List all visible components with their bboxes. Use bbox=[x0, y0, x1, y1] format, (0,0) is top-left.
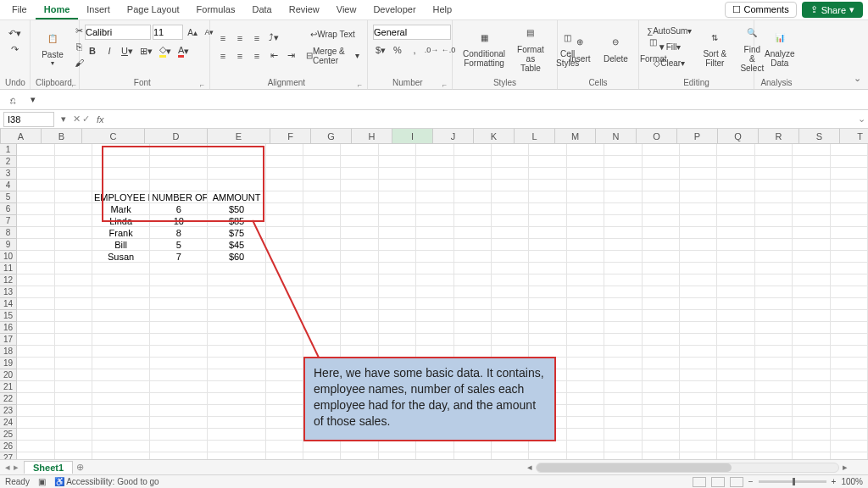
cell-A11[interactable] bbox=[17, 263, 54, 274]
cell-A25[interactable] bbox=[17, 429, 54, 441]
cell-I1[interactable] bbox=[379, 144, 416, 156]
cell-C14[interactable] bbox=[92, 298, 150, 310]
cell-C20[interactable] bbox=[92, 369, 150, 381]
row-header-6[interactable]: 6 bbox=[0, 203, 17, 215]
cell-U9[interactable] bbox=[831, 239, 868, 251]
cell-B12[interactable] bbox=[55, 274, 92, 286]
cell-R27[interactable] bbox=[717, 452, 754, 459]
cell-F1[interactable] bbox=[266, 144, 303, 156]
row-header-18[interactable]: 18 bbox=[0, 346, 17, 358]
align-top-button[interactable]: ≡ bbox=[215, 30, 231, 46]
cell-I7[interactable] bbox=[379, 215, 416, 227]
cell-H15[interactable] bbox=[341, 310, 378, 322]
row-header-4[interactable]: 4 bbox=[0, 180, 17, 191]
cell-E3[interactable] bbox=[208, 168, 265, 180]
qat-undo-button[interactable]: ⎌ bbox=[5, 92, 20, 108]
align-center-button[interactable]: ≡ bbox=[232, 48, 248, 64]
cell-F12[interactable] bbox=[266, 274, 303, 286]
cell-D14[interactable] bbox=[150, 298, 208, 310]
fill-button[interactable]: ▼ Fill ▾ bbox=[644, 39, 694, 54]
cell-B3[interactable] bbox=[55, 168, 92, 180]
cell-B22[interactable] bbox=[55, 393, 92, 405]
col-header-D[interactable]: D bbox=[145, 129, 208, 143]
qat-dropdown[interactable]: ▾ bbox=[25, 92, 41, 108]
cell-O15[interactable] bbox=[604, 310, 642, 322]
cell-C3[interactable] bbox=[92, 168, 150, 180]
cell-D12[interactable] bbox=[150, 274, 208, 286]
cell-E2[interactable] bbox=[208, 156, 265, 168]
cell-Q26[interactable] bbox=[680, 441, 717, 452]
cell-M2[interactable] bbox=[529, 156, 566, 168]
cell-Q13[interactable] bbox=[680, 286, 717, 298]
cell-T2[interactable] bbox=[793, 156, 830, 168]
cell-U6[interactable] bbox=[831, 203, 868, 215]
cell-J6[interactable] bbox=[416, 203, 453, 215]
cell-F7[interactable] bbox=[266, 215, 303, 227]
cell-S26[interactable] bbox=[755, 441, 793, 452]
redo-button[interactable]: ↷ bbox=[8, 42, 23, 57]
cell-N4[interactable] bbox=[567, 180, 604, 191]
cell-A27[interactable] bbox=[17, 452, 54, 459]
cell-C23[interactable] bbox=[92, 405, 150, 417]
cell-D1[interactable] bbox=[150, 144, 208, 156]
cell-N16[interactable] bbox=[567, 322, 604, 334]
cell-A9[interactable] bbox=[17, 239, 54, 251]
row-header-17[interactable]: 17 bbox=[0, 334, 17, 346]
cell-H4[interactable] bbox=[341, 180, 378, 191]
cell-E24[interactable] bbox=[208, 417, 265, 429]
cell-E15[interactable] bbox=[208, 310, 265, 322]
cell-J14[interactable] bbox=[416, 298, 453, 310]
cell-S21[interactable] bbox=[755, 381, 793, 393]
cell-N17[interactable] bbox=[567, 334, 604, 346]
cell-T15[interactable] bbox=[793, 310, 830, 322]
cell-G10[interactable] bbox=[303, 251, 341, 263]
cell-G2[interactable] bbox=[303, 156, 341, 168]
cell-J9[interactable] bbox=[416, 239, 453, 251]
cell-E6[interactable]: $50 bbox=[208, 203, 265, 215]
cell-I3[interactable] bbox=[379, 168, 416, 180]
delete-cells-button[interactable]: ⊖Delete bbox=[598, 29, 633, 65]
menu-tab-file[interactable]: File bbox=[3, 1, 36, 19]
undo-button[interactable]: ↶▾ bbox=[6, 25, 24, 41]
horizontal-scrollbar[interactable]: ◂ ▸ bbox=[524, 462, 851, 474]
cell-T12[interactable] bbox=[793, 274, 830, 286]
cell-E25[interactable] bbox=[208, 429, 265, 441]
cell-C4[interactable] bbox=[92, 180, 150, 191]
cell-J27[interactable] bbox=[416, 452, 453, 459]
increase-indent-button[interactable]: ⇥ bbox=[283, 48, 298, 64]
cell-K8[interactable] bbox=[454, 227, 492, 239]
cell-S14[interactable] bbox=[755, 298, 793, 310]
cell-T24[interactable] bbox=[793, 417, 830, 429]
cell-H9[interactable] bbox=[341, 239, 378, 251]
macro-record-icon[interactable]: ▣ bbox=[38, 477, 46, 486]
cell-K3[interactable] bbox=[454, 168, 492, 180]
cell-O24[interactable] bbox=[604, 417, 642, 429]
cell-S20[interactable] bbox=[755, 369, 793, 381]
cell-J2[interactable] bbox=[416, 156, 453, 168]
accounting-format-button[interactable]: $▾ bbox=[373, 42, 388, 58]
col-header-B[interactable]: B bbox=[42, 129, 82, 143]
cell-L7[interactable] bbox=[492, 215, 529, 227]
cell-B18[interactable] bbox=[55, 346, 92, 358]
cell-U24[interactable] bbox=[831, 417, 868, 429]
cell-T20[interactable] bbox=[793, 369, 830, 381]
cell-F25[interactable] bbox=[266, 429, 303, 441]
cell-A1[interactable] bbox=[17, 144, 54, 156]
cell-A7[interactable] bbox=[17, 215, 54, 227]
cell-U17[interactable] bbox=[831, 334, 868, 346]
cell-T23[interactable] bbox=[793, 405, 830, 417]
cell-D24[interactable] bbox=[150, 417, 208, 429]
cell-K11[interactable] bbox=[454, 263, 492, 274]
italic-button[interactable]: I bbox=[102, 43, 117, 58]
cell-U3[interactable] bbox=[831, 168, 868, 180]
col-header-P[interactable]: P bbox=[677, 129, 718, 143]
cell-R8[interactable] bbox=[717, 227, 754, 239]
accessibility-status[interactable]: ♿ Accessibility: Good to go bbox=[54, 477, 159, 486]
cell-R25[interactable] bbox=[717, 429, 754, 441]
cell-O20[interactable] bbox=[604, 369, 642, 381]
cell-A5[interactable] bbox=[17, 191, 54, 203]
cell-I11[interactable] bbox=[379, 263, 416, 274]
cell-P19[interactable] bbox=[643, 358, 680, 369]
cell-N15[interactable] bbox=[567, 310, 604, 322]
cell-B20[interactable] bbox=[55, 369, 92, 381]
